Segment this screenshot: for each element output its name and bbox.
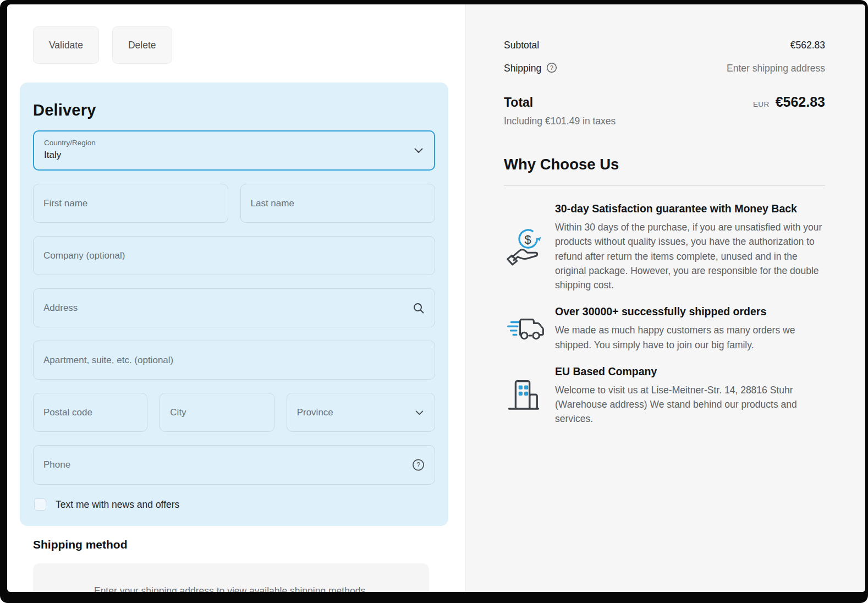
svg-text:?: ? bbox=[416, 461, 420, 469]
help-icon[interactable]: ? bbox=[412, 459, 425, 472]
province-select-value: Province bbox=[297, 407, 333, 418]
taxes-note: Including €101.49 in taxes bbox=[504, 116, 825, 127]
screenshot-frame: Validate Delete Delivery Country/Region … bbox=[0, 0, 868, 603]
shipping-label: Shipping bbox=[504, 63, 541, 74]
company-field-wrap bbox=[33, 236, 435, 275]
sms-optin-row: Text me with news and offers bbox=[33, 498, 435, 511]
order-summary-sidebar: Subtotal €562.83 Shipping ? Enter shippi… bbox=[465, 4, 865, 592]
why-choose-us-heading: Why Choose Us bbox=[504, 156, 825, 173]
phone-field-wrap: ? bbox=[33, 445, 435, 485]
address-input[interactable] bbox=[34, 289, 435, 327]
feature-title: Over 30000+ successfully shipped orders bbox=[555, 305, 825, 318]
apartment-field-wrap bbox=[33, 341, 435, 380]
feature-description: We made as much happy customers as many … bbox=[555, 323, 825, 352]
address-field-wrap bbox=[33, 288, 435, 327]
apartment-input[interactable] bbox=[34, 341, 435, 379]
company-input[interactable] bbox=[34, 237, 435, 275]
first-name-field-wrap bbox=[33, 184, 228, 223]
toolbar: Validate Delete bbox=[33, 26, 448, 64]
delete-button[interactable]: Delete bbox=[112, 26, 172, 64]
last-name-field-wrap bbox=[240, 184, 436, 223]
money-back-icon: $ bbox=[504, 226, 555, 269]
building-icon bbox=[504, 375, 555, 416]
country-select-label: Country/Region bbox=[44, 138, 408, 148]
feature-shipped-orders: Over 30000+ successfully shipped orders … bbox=[504, 305, 825, 352]
postal-code-input[interactable] bbox=[34, 393, 147, 431]
subtotal-label: Subtotal bbox=[504, 40, 539, 51]
city-field-wrap bbox=[160, 393, 274, 432]
delivery-section: Delivery Country/Region Italy bbox=[20, 83, 448, 526]
validate-button[interactable]: Validate bbox=[33, 26, 99, 64]
subtotal-row: Subtotal €562.83 bbox=[504, 40, 825, 51]
country-select-value: Italy bbox=[44, 148, 408, 162]
feature-description: Welcome to visit us at Lise-Meitner-Str.… bbox=[555, 383, 825, 426]
total-row: Total EUR €562.83 bbox=[504, 94, 825, 110]
sms-optin-label: Text me with news and offers bbox=[56, 499, 179, 511]
chevron-down-icon bbox=[415, 407, 424, 418]
feature-title: EU Based Company bbox=[555, 365, 825, 378]
total-value: €562.83 bbox=[776, 94, 825, 110]
subtotal-value: €562.83 bbox=[790, 40, 825, 51]
shipping-row: Shipping ? Enter shipping address bbox=[504, 62, 825, 74]
checkout-main-column: Validate Delete Delivery Country/Region … bbox=[7, 4, 465, 592]
chevron-down-icon bbox=[414, 146, 423, 156]
province-select[interactable]: Province bbox=[287, 393, 435, 432]
postal-code-field-wrap bbox=[33, 393, 147, 432]
country-select[interactable]: Country/Region Italy bbox=[33, 130, 435, 171]
divider bbox=[504, 185, 825, 186]
last-name-input[interactable] bbox=[241, 184, 435, 222]
shipping-value: Enter shipping address bbox=[727, 63, 825, 74]
feature-title: 30-day Satisfaction guarantee with Money… bbox=[555, 202, 825, 215]
feature-eu-company: EU Based Company Welcome to visit us at … bbox=[504, 365, 825, 426]
feature-money-back: $ 30-day Satisfaction guarantee with Mon… bbox=[504, 202, 825, 292]
shipping-method-notice: Enter your shipping address to view avai… bbox=[33, 563, 429, 592]
search-icon bbox=[413, 302, 425, 314]
city-input[interactable] bbox=[160, 393, 273, 431]
feature-description: Within 30 days of the purchase, if you a… bbox=[555, 220, 825, 292]
currency-code: EUR bbox=[753, 100, 770, 108]
phone-input[interactable] bbox=[34, 446, 435, 484]
svg-text:?: ? bbox=[550, 65, 553, 71]
first-name-input[interactable] bbox=[34, 184, 228, 222]
shipping-truck-icon bbox=[504, 314, 555, 344]
total-label: Total bbox=[504, 95, 533, 110]
delivery-heading: Delivery bbox=[33, 101, 435, 119]
shipping-method-heading: Shipping method bbox=[33, 538, 448, 551]
checkout-page: Validate Delete Delivery Country/Region … bbox=[7, 4, 865, 592]
help-icon[interactable]: ? bbox=[546, 62, 557, 74]
sms-optin-checkbox[interactable] bbox=[34, 498, 46, 511]
svg-text:$: $ bbox=[525, 233, 531, 246]
